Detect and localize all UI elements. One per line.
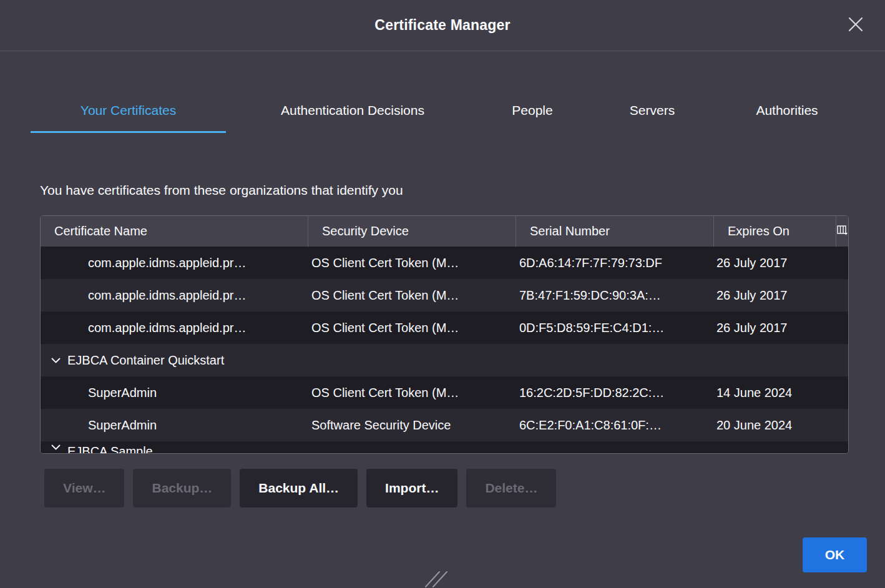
- tab-your-certificates[interactable]: Your Certificates: [31, 87, 226, 133]
- table-row[interactable]: com.apple.idms.appleid.pr… OS Client Cer…: [41, 311, 848, 344]
- delete-button: Delete…: [466, 469, 556, 507]
- tab-servers[interactable]: Servers: [585, 87, 719, 133]
- tab-people[interactable]: People: [479, 87, 585, 133]
- serial-number-cell: 6D:A6:14:7F:7F:79:73:DF: [516, 256, 713, 270]
- close-button[interactable]: [845, 15, 866, 36]
- expires-on-cell: 26 July 2017: [713, 321, 836, 335]
- ok-button[interactable]: OK: [803, 537, 867, 572]
- column-header-serial-number[interactable]: Serial Number: [516, 216, 713, 247]
- dialog-titlebar: Certificate Manager: [0, 0, 885, 51]
- serial-number-cell: 6C:E2:F0:A1:C8:61:0F:…: [516, 418, 713, 433]
- column-picker-button[interactable]: [836, 216, 848, 247]
- close-icon: [848, 16, 864, 35]
- security-device-cell: OS Client Cert Token (M…: [308, 321, 516, 335]
- column-header-expires-on[interactable]: Expires On: [713, 216, 836, 247]
- cert-name-cell: SuperAdmin: [41, 386, 308, 400]
- dialog-title: Certificate Manager: [374, 17, 510, 34]
- column-picker-icon: [837, 224, 848, 238]
- serial-number-cell: 7B:47:F1:59:DC:90:3A:…: [516, 288, 713, 303]
- chevron-down-icon[interactable]: [51, 358, 61, 363]
- expires-on-cell: 14 June 2024: [713, 386, 836, 400]
- table-group-row[interactable]: EJBCA Container Quickstart: [41, 344, 848, 376]
- table-row[interactable]: SuperAdmin Software Security Device 6C:E…: [41, 409, 848, 441]
- certificates-table: Certificate Name Security Device Serial …: [40, 215, 849, 454]
- resize-grip-icon[interactable]: [423, 571, 451, 588]
- table-group-row-partial[interactable]: EJBCA Sample: [41, 441, 848, 453]
- cert-name-cell: com.apple.idms.appleid.pr…: [41, 256, 308, 270]
- import-button[interactable]: Import…: [366, 469, 457, 507]
- security-device-cell: OS Client Cert Token (M…: [308, 288, 516, 303]
- table-row[interactable]: com.apple.idms.appleid.pr… OS Client Cer…: [41, 279, 848, 311]
- column-header-security-device[interactable]: Security Device: [308, 216, 516, 247]
- tab-authorities[interactable]: Authorities: [719, 87, 855, 133]
- action-button-row: View… Backup… Backup All… Import… Delete…: [44, 469, 885, 507]
- expires-on-cell: 26 July 2017: [713, 256, 836, 270]
- tab-bar: Your Certificates Authentication Decisio…: [31, 87, 885, 133]
- column-header-certificate-name[interactable]: Certificate Name: [41, 216, 308, 247]
- expires-on-cell: 20 June 2024: [713, 418, 836, 433]
- backup-all-button[interactable]: Backup All…: [240, 469, 358, 507]
- security-device-cell: Software Security Device: [308, 418, 516, 433]
- intro-text: You have certificates from these organiz…: [40, 183, 885, 198]
- security-device-cell: OS Client Cert Token (M…: [308, 386, 516, 400]
- view-button: View…: [44, 469, 124, 507]
- chevron-down-icon[interactable]: [51, 441, 61, 450]
- backup-button: Backup…: [133, 469, 231, 507]
- table-row[interactable]: SuperAdmin OS Client Cert Token (M… 16:2…: [41, 376, 848, 409]
- table-header: Certificate Name Security Device Serial …: [41, 216, 848, 247]
- tab-authentication-decisions[interactable]: Authentication Decisions: [226, 87, 479, 133]
- group-label: EJBCA Sample: [67, 441, 153, 453]
- serial-number-cell: 16:2C:2D:5F:DD:82:2C:…: [516, 386, 713, 400]
- cert-name-cell: com.apple.idms.appleid.pr…: [41, 321, 308, 335]
- expires-on-cell: 26 July 2017: [713, 288, 836, 303]
- cert-name-cell: SuperAdmin: [41, 418, 308, 433]
- security-device-cell: OS Client Cert Token (M…: [308, 256, 516, 270]
- serial-number-cell: 0D:F5:D8:59:FE:C4:D1:…: [516, 321, 713, 335]
- group-label: EJBCA Container Quickstart: [67, 353, 224, 368]
- cert-name-cell: com.apple.idms.appleid.pr…: [41, 288, 308, 303]
- table-row[interactable]: com.apple.idms.appleid.pr… OS Client Cer…: [41, 247, 848, 279]
